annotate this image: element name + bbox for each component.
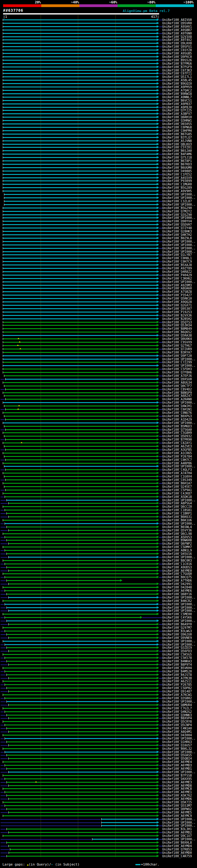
right-overhang-line <box>159 503 162 504</box>
right-overhang-line <box>159 261 162 262</box>
hit-bar <box>3 56 157 57</box>
hit-label: UniRef100_UPI000.. <box>162 821 195 824</box>
hit-arrow-icon <box>157 620 159 622</box>
hit-arrow-icon <box>157 509 159 511</box>
hit-label: UniRef100_Q5UAS5 <box>162 753 192 757</box>
hit-bar <box>3 372 157 373</box>
right-overhang-line <box>159 275 162 276</box>
hit-arrow-icon <box>157 626 159 629</box>
hit-label: UniRef100_Q297M7 <box>162 626 192 629</box>
hit-label: UniRef100_A4RP86 <box>162 462 192 465</box>
hit-label: UniRef100_B8XVP4 <box>162 716 192 720</box>
hit-bar <box>3 432 157 433</box>
hit-label: UniRef100_O42991 <box>162 582 192 586</box>
hit-label: UniRef100_B6K631 <box>162 515 192 519</box>
left-overhang-line <box>1 738 4 739</box>
hit-bar <box>3 748 157 749</box>
right-overhang-line <box>159 651 162 652</box>
hit-label: UniRef100_A9ZT89 <box>162 267 192 270</box>
hit-bar <box>3 345 157 346</box>
hit-arrow-icon <box>157 190 159 192</box>
right-overhang-line <box>159 396 162 396</box>
hit-label: UniRef100_Q5DVH7 <box>162 223 192 226</box>
hit-label: UniRef100_C3ZL87 <box>162 199 192 203</box>
hit-label: UniRef100_B5M6D3 <box>162 425 192 428</box>
hit-bar <box>3 355 157 356</box>
hit-arrow-icon <box>157 99 159 102</box>
hit-bar <box>9 798 157 799</box>
hit-arrow-icon <box>157 25 159 28</box>
hit-arrow-icon <box>157 86 159 88</box>
hit-bar <box>3 224 157 225</box>
hit-arrow-icon <box>157 405 159 407</box>
hit-label: UniRef100_A5JVN8 <box>162 139 192 143</box>
left-overhang-line <box>1 732 8 732</box>
hit-label: UniRef100_B6K1U6 <box>162 519 192 522</box>
right-overhang-line <box>159 430 162 430</box>
right-overhang-line <box>159 100 162 101</box>
hit-arrow-icon <box>157 845 159 847</box>
left-overhang-line <box>1 688 6 688</box>
hit-bar <box>3 463 157 464</box>
left-overhang-line <box>1 634 6 635</box>
hit-arrow-icon <box>157 119 159 122</box>
hit-label: UniRef100_Q5K7I5 <box>162 801 192 804</box>
hit-label: UniRef100_A8PSG4 <box>162 502 192 505</box>
scale-label: ~100% <box>156 0 194 4</box>
hit-label: UniRef100_C1BS81 <box>162 508 192 512</box>
right-overhang-line <box>159 819 162 820</box>
right-overhang-line <box>159 295 162 296</box>
right-overhang-line <box>159 463 162 464</box>
hit-bar <box>3 335 157 336</box>
hit-bar <box>7 842 157 843</box>
hit-label: UniRef100_Q9P720 <box>162 354 192 358</box>
right-overhang-line <box>159 208 162 209</box>
hit-label: UniRef100_A9SGB5 <box>162 52 192 55</box>
hit-label: UniRef100_C4R759 <box>162 855 192 858</box>
hit-arrow-icon <box>157 116 159 118</box>
hit-bar <box>3 39 157 40</box>
hit-arrow-icon <box>157 42 159 44</box>
hit-bar <box>4 385 157 386</box>
hit-arrow-icon <box>157 234 159 236</box>
hit-label: UniRef100_A5BL45 <box>162 79 192 82</box>
right-overhang-line <box>159 329 162 329</box>
hit-label: UniRef100_A6YMD1 <box>162 767 192 770</box>
hit-arrow-icon <box>157 586 159 588</box>
hit-label: UniRef100_A6YMD8 <box>162 784 192 787</box>
hit-bar <box>3 483 157 484</box>
hit-arrow-icon <box>157 754 159 756</box>
left-overhang-line <box>1 597 8 598</box>
hit-bar <box>7 607 157 608</box>
hit-arrow-icon <box>157 851 159 854</box>
hit-label: UniRef100_B6Q652 <box>162 331 192 334</box>
hit-label: UniRef100_UPI000.. <box>162 401 195 404</box>
hit-label: UniRef100_Q9LRX8 <box>162 41 192 45</box>
hit-bar <box>3 248 157 249</box>
left-overhang-line <box>1 705 8 706</box>
hit-arrow-icon <box>157 683 159 686</box>
hit-bar <box>5 419 157 420</box>
right-overhang-line <box>159 402 162 403</box>
hit-label: UniRef100_A6YME5 <box>162 811 192 814</box>
hit-arrow-icon <box>157 216 159 219</box>
hit-arrow-icon <box>157 821 159 824</box>
hit-bar <box>7 540 157 541</box>
hit-bar <box>7 580 120 581</box>
hit-bar <box>7 661 157 662</box>
hit-bar <box>7 594 157 595</box>
hit-label: UniRef100_A9PHS9 <box>162 85 192 89</box>
hit-arrow-icon <box>157 650 159 652</box>
hit-label: UniRef100_C3KH62 <box>162 277 192 280</box>
hit-arrow-icon <box>157 75 159 78</box>
hit-bar <box>5 792 157 793</box>
left-overhang-line <box>1 645 4 645</box>
hit-bar <box>9 570 157 571</box>
scale-label: ~80% <box>118 0 156 4</box>
left-overhang-line <box>1 651 8 652</box>
left-overhang-line <box>1 621 6 621</box>
hit-arrow-icon <box>157 539 159 541</box>
hit-label: UniRef100_Q4N2G2 <box>162 710 192 713</box>
hit-bar <box>4 375 157 376</box>
hit-arrow-icon <box>157 425 159 427</box>
